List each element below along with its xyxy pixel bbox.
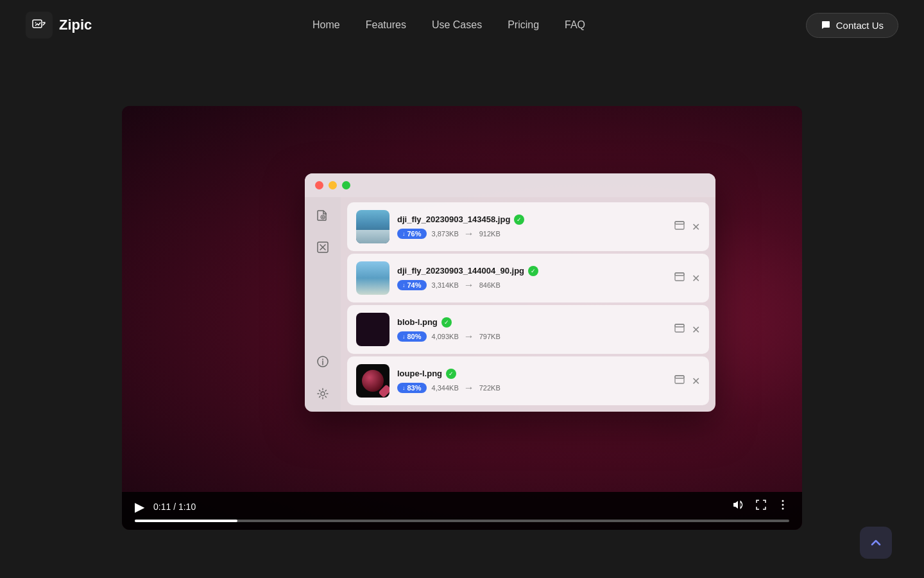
contact-label: Contact Us [836, 20, 884, 31]
svg-rect-9 [675, 273, 684, 281]
mac-body: dji_fly_20230903_143458.jpg ✓ ↓ 76% 3,87… [305, 197, 715, 412]
file-name: blob-l.png [397, 317, 438, 327]
svg-rect-12 [675, 324, 684, 327]
progress-bar[interactable] [135, 520, 789, 522]
file-info: dji_fly_20230903_144004_90.jpg ✓ ↓ 74% 3… [397, 266, 666, 291]
compressed-size: 846KB [479, 281, 501, 289]
file-status-badge: ✓ [441, 317, 452, 328]
mac-minimize-button[interactable] [329, 181, 337, 189]
file-status-badge: ✓ [446, 369, 456, 379]
progress-fill [135, 520, 237, 522]
original-size: 3,314KB [432, 281, 459, 289]
navbar: Zipic Home Features Use Cases Pricing FA… [0, 0, 924, 50]
compressed-size: 912KB [479, 230, 501, 238]
mac-sidebar [305, 197, 341, 412]
show-in-finder-button[interactable] [674, 271, 685, 285]
mac-close-button[interactable] [315, 181, 323, 189]
nav-home[interactable]: Home [312, 19, 340, 31]
file-item: dji_fly_20230903_144004_90.jpg ✓ ↓ 74% 3… [347, 254, 709, 302]
sidebar-add-files-icon[interactable] [314, 206, 332, 224]
file-actions: ✕ [674, 374, 700, 388]
svg-point-1 [35, 22, 37, 24]
file-stats: ↓ 76% 3,873KB → 912KB [397, 228, 666, 240]
file-name: dji_fly_20230903_143458.jpg [397, 215, 510, 224]
video-container: dji_fly_20230903_143458.jpg ✓ ↓ 76% 3,87… [122, 106, 802, 530]
mac-maximize-button[interactable] [342, 181, 350, 189]
svg-rect-14 [675, 376, 684, 378]
remove-file-button[interactable]: ✕ [692, 324, 700, 336]
file-list: dji_fly_20230903_143458.jpg ✓ ↓ 76% 3,87… [341, 197, 715, 412]
compression-badge: ↓ 83% [397, 383, 427, 393]
file-thumbnail [356, 261, 389, 295]
remove-file-button[interactable]: ✕ [692, 272, 700, 285]
volume-button[interactable] [733, 498, 746, 514]
svg-rect-10 [675, 273, 684, 276]
file-status-badge: ✓ [528, 266, 538, 276]
svg-rect-13 [675, 376, 684, 383]
svg-point-16 [782, 504, 784, 506]
file-info: blob-l.png ✓ ↓ 80% 4,093KB → 797KB [397, 317, 666, 342]
compression-badge: ↓ 76% [397, 229, 427, 239]
compressed-size: 722KB [479, 384, 501, 392]
file-status-badge: ✓ [514, 215, 524, 225]
file-thumbnail [356, 313, 389, 346]
file-thumbnail [356, 364, 389, 398]
logo-area[interactable]: Zipic [26, 12, 92, 39]
svg-point-6 [321, 392, 325, 396]
video-controls: ▶ 0:11 / 1:10 [122, 492, 802, 530]
svg-point-5 [322, 359, 323, 360]
contact-button[interactable]: Contact Us [806, 13, 898, 38]
original-size: 3,873KB [432, 230, 459, 238]
nav-faq[interactable]: FAQ [565, 19, 585, 31]
compression-badge: ↓ 80% [397, 331, 427, 342]
nav-features[interactable]: Features [366, 19, 406, 31]
original-size: 4,344KB [432, 384, 459, 392]
show-in-finder-button[interactable] [674, 220, 685, 234]
file-thumbnail [356, 210, 389, 243]
file-info: loupe-l.png ✓ ↓ 83% 4,344KB → 722KB [397, 369, 666, 394]
sidebar-settings-icon[interactable] [314, 385, 332, 403]
original-size: 4,093KB [432, 333, 459, 340]
show-in-finder-button[interactable] [674, 374, 685, 388]
sidebar-info-icon[interactable] [314, 353, 332, 371]
time-display: 0:11 / 1:10 [153, 502, 196, 512]
brand-name: Zipic [59, 17, 92, 33]
svg-point-17 [782, 508, 784, 510]
nav-links: Home Features Use Cases Pricing FAQ [312, 19, 585, 31]
file-actions: ✕ [674, 271, 700, 285]
file-name: loupe-l.png [397, 369, 442, 378]
file-item: loupe-l.png ✓ ↓ 83% 4,344KB → 722KB [347, 356, 709, 405]
file-stats: ↓ 80% 4,093KB → 797KB [397, 331, 666, 342]
svg-point-15 [782, 500, 784, 502]
svg-rect-7 [675, 222, 684, 229]
nav-use-cases[interactable]: Use Cases [432, 19, 482, 31]
more-options-button[interactable] [776, 498, 789, 514]
file-stats: ↓ 74% 3,314KB → 846KB [397, 279, 666, 291]
nav-pricing[interactable]: Pricing [508, 19, 539, 31]
svg-rect-11 [675, 324, 684, 332]
sidebar-clear-icon[interactable] [314, 238, 332, 256]
play-button[interactable]: ▶ [135, 499, 144, 514]
file-item: blob-l.png ✓ ↓ 80% 4,093KB → 797KB [347, 305, 709, 354]
compressed-size: 797KB [479, 333, 501, 340]
file-item: dji_fly_20230903_143458.jpg ✓ ↓ 76% 3,87… [347, 202, 709, 251]
file-stats: ↓ 83% 4,344KB → 722KB [397, 382, 666, 394]
file-actions: ✕ [674, 220, 700, 234]
file-actions: ✕ [674, 322, 700, 337]
back-to-top-button[interactable] [860, 527, 892, 559]
mac-window: dji_fly_20230903_143458.jpg ✓ ↓ 76% 3,87… [305, 173, 715, 412]
logo-icon [26, 12, 53, 39]
svg-rect-8 [675, 222, 684, 224]
mac-titlebar [305, 173, 715, 197]
remove-file-button[interactable]: ✕ [692, 221, 700, 233]
compression-badge: ↓ 74% [397, 280, 427, 290]
file-info: dji_fly_20230903_143458.jpg ✓ ↓ 76% 3,87… [397, 215, 666, 240]
remove-file-button[interactable]: ✕ [692, 375, 700, 387]
file-name: dji_fly_20230903_144004_90.jpg [397, 266, 524, 276]
fullscreen-button[interactable] [755, 498, 767, 514]
show-in-finder-button[interactable] [674, 322, 685, 337]
